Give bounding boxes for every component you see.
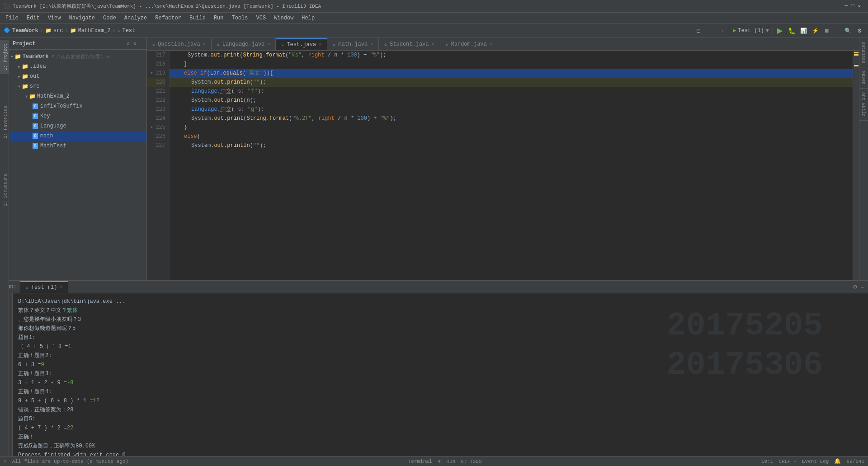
code-line-221: language.中文( s: "f"); — [170, 87, 853, 96]
database-tab[interactable]: Database — [859, 38, 868, 67]
structure-tab[interactable]: Z: Structure — [0, 170, 9, 210]
tab-close-random[interactable]: × — [490, 42, 492, 47]
tab-close-language[interactable]: × — [267, 42, 270, 47]
maven-tab[interactable]: Maven — [859, 67, 868, 89]
output-line-13: 错误，正确答案为：28 — [18, 405, 863, 414]
breadcrumb-icon-test: ☕ — [118, 28, 121, 33]
tab-close-math[interactable]: × — [370, 42, 373, 47]
menu-edit[interactable]: Edit — [23, 14, 43, 22]
code-line-223: language.中文( s: "g"); — [170, 105, 853, 114]
expand-icon: ► — [18, 75, 20, 79]
settings-btn[interactable]: ⚙ — [854, 26, 864, 36]
favorites-tab[interactable]: 2: Favorites — [0, 102, 9, 142]
tab-close-student[interactable]: × — [432, 42, 434, 47]
stop-btn[interactable]: ⏹ — [822, 26, 832, 36]
menu-run[interactable]: Run — [210, 14, 227, 22]
scroll-marker-2 — [854, 54, 859, 56]
tab-close-question[interactable]: × — [203, 42, 206, 47]
folder-icon: 📁 — [22, 63, 28, 70]
menu-help[interactable]: Help — [298, 14, 318, 22]
class-icon: C — [33, 113, 38, 119]
tree-item-teamwork[interactable]: ▼ 📁 TeamWork E:\认真的侯颖好好看\ja... — [9, 52, 146, 61]
menu-analyze[interactable]: Analyze — [121, 14, 151, 22]
menu-code[interactable]: Code — [99, 14, 120, 22]
tab-student-java[interactable]: ☕ Student.java × — [379, 38, 440, 50]
line-num-217: 217 — [147, 51, 165, 60]
tab-random-java[interactable]: ☕ Random.java × — [440, 38, 498, 50]
tree-item-key[interactable]: C Key — [9, 111, 146, 121]
project-panel-tab[interactable]: 1: Project — [0, 40, 9, 74]
run-config-dropdown[interactable]: ▶ Test (1) ▼ — [729, 26, 773, 35]
minimize-btn[interactable]: ─ — [844, 3, 848, 9]
tree-item-mathtest[interactable]: C MathTest — [9, 141, 146, 151]
project-panel-header: Project ⊙ ⚙ – — [9, 38, 146, 50]
run-minimize-btn[interactable]: – — [861, 283, 864, 291]
coverage-btn[interactable]: 📊 — [798, 26, 808, 36]
code-line-217: System.out.print(String.format("%s", rig… — [170, 51, 853, 60]
output-line-10: 3 ÷ 1 - 2 - 9 = -8 — [18, 378, 863, 387]
tree-path-teamwork: E:\认真的侯颖好好看\ja... — [52, 53, 118, 60]
tab-language-java[interactable]: ☕ Language.java × — [212, 38, 276, 50]
menu-view[interactable]: View — [44, 14, 65, 22]
notification-icon: 🔔 — [834, 458, 841, 465]
profile-btn[interactable]: ⚡ — [810, 26, 820, 36]
tree-item-mathexam2[interactable]: ▼ 📁 MathExam_2 — [9, 91, 146, 101]
menu-window[interactable]: Window — [270, 14, 297, 22]
debug-button[interactable]: 🐛 — [787, 26, 797, 36]
tree-item-idea[interactable]: ► 📁 .idea — [9, 61, 146, 71]
project-panel-title: Project — [13, 41, 35, 47]
menu-tools[interactable]: Tools — [228, 14, 252, 22]
run-button[interactable]: ▶ — [775, 26, 785, 36]
folder-icon: 📁 — [29, 93, 36, 100]
tree-item-language[interactable]: C Language — [9, 121, 146, 131]
tree-item-math[interactable]: C math — [9, 131, 146, 141]
run-settings-btn[interactable]: ⚙ — [853, 283, 857, 291]
code-line-224: System.out.print(String.format("%.2f", r… — [170, 114, 853, 123]
tree-label-idea: .idea — [30, 63, 46, 70]
menu-refactor[interactable]: Refactor — [151, 14, 185, 22]
tab-question-java[interactable]: ☕ Question.java × — [147, 38, 212, 50]
back-btn[interactable]: ← — [705, 26, 715, 36]
title-icon: ⬛ — [4, 3, 10, 9]
line-num-225: ▼225 — [147, 123, 165, 132]
tab-test-java[interactable]: ☕ Test.java × — [276, 38, 327, 50]
project-panel-minimize-btn[interactable]: – — [140, 41, 143, 47]
tab-math-java[interactable]: ☕ math.java × — [327, 38, 379, 50]
code-line-227: System.out.println(""); — [170, 141, 853, 150]
project-panel-sync-btn[interactable]: ⊙ — [127, 41, 130, 47]
menu-vcs[interactable]: VCS — [253, 14, 270, 22]
run-btn-status[interactable]: 4: Run — [438, 459, 456, 464]
scroll-marker-1 — [854, 52, 859, 53]
output-line-9: 正确！题目3: — [18, 369, 863, 378]
run-tab-close[interactable]: × — [60, 285, 62, 290]
code-line-226: else{ — [170, 132, 853, 141]
fold-arrow-225[interactable]: ▼ — [148, 123, 155, 132]
search-everywhere-btn[interactable]: 🔍 — [843, 26, 853, 36]
menu-navigate[interactable]: Navigate — [65, 14, 99, 22]
project-panel-options-btn[interactable]: ⚙ — [133, 41, 137, 47]
run-active-tab[interactable]: ☕ Test (1) × — [20, 281, 69, 293]
fold-arrow-219[interactable]: ▼ — [148, 69, 155, 78]
ant-build-tab[interactable]: Ant Build — [859, 89, 868, 121]
line-num-221: 221 — [147, 87, 165, 96]
todo-btn[interactable]: 6: TODO — [461, 459, 481, 464]
tree-item-src[interactable]: ▼ 📁 src — [9, 81, 146, 91]
terminal-btn[interactable]: Terminal — [408, 459, 432, 464]
menu-file[interactable]: File — [2, 14, 22, 22]
line-num-220: 220 — [147, 78, 165, 87]
forward-btn[interactable]: → — [717, 26, 727, 36]
code-line-225: } — [170, 123, 853, 132]
tree-label-src: src — [30, 83, 40, 89]
tree-item-out[interactable]: ► 📁 out — [9, 71, 146, 81]
output-line-7: 正确！题目2: — [18, 351, 863, 360]
class-icon: C — [33, 123, 38, 129]
tab-close-test[interactable]: × — [319, 42, 321, 47]
event-log-btn[interactable]: Event Log — [802, 459, 829, 464]
tree-item-infix[interactable]: C infixToSuffix — [9, 101, 146, 111]
close-btn[interactable]: ✕ — [858, 3, 861, 9]
maximize-btn[interactable]: □ — [851, 3, 854, 9]
layout-btn[interactable]: ⊡ — [693, 26, 703, 36]
breadcrumb-icon-src: 📁 — [45, 28, 52, 33]
output-line-3: 、您是幾年级小朋友吗？3 — [18, 315, 863, 324]
menu-build[interactable]: Build — [186, 14, 209, 22]
